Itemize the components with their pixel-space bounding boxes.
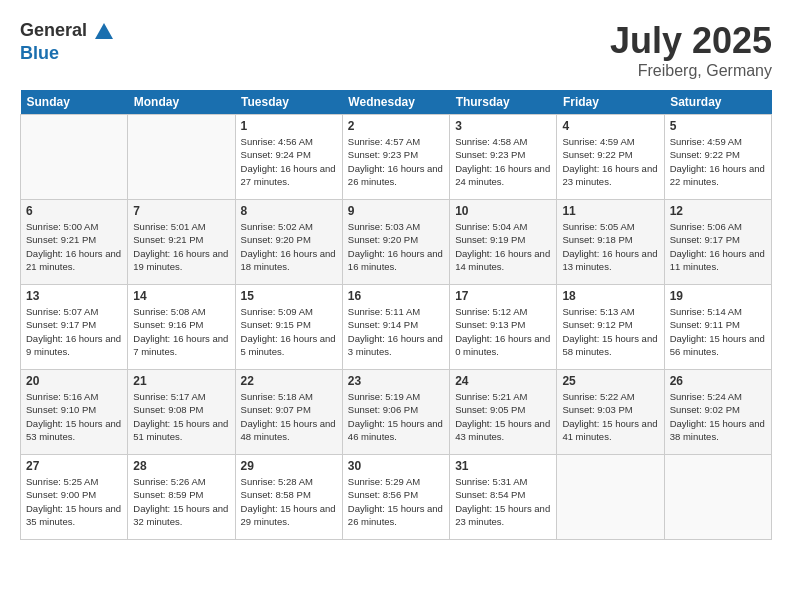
day-info: Sunrise: 4:59 AM Sunset: 9:22 PM Dayligh… xyxy=(562,135,658,188)
calendar-cell: 24Sunrise: 5:21 AM Sunset: 9:05 PM Dayli… xyxy=(450,370,557,455)
day-number: 2 xyxy=(348,119,444,133)
day-number: 25 xyxy=(562,374,658,388)
day-info: Sunrise: 5:14 AM Sunset: 9:11 PM Dayligh… xyxy=(670,305,766,358)
day-number: 31 xyxy=(455,459,551,473)
calendar-cell: 29Sunrise: 5:28 AM Sunset: 8:58 PM Dayli… xyxy=(235,455,342,540)
day-number: 18 xyxy=(562,289,658,303)
calendar-cell: 21Sunrise: 5:17 AM Sunset: 9:08 PM Dayli… xyxy=(128,370,235,455)
calendar-cell xyxy=(128,115,235,200)
day-info: Sunrise: 5:05 AM Sunset: 9:18 PM Dayligh… xyxy=(562,220,658,273)
day-info: Sunrise: 5:03 AM Sunset: 9:20 PM Dayligh… xyxy=(348,220,444,273)
day-number: 13 xyxy=(26,289,122,303)
logo-general: General xyxy=(20,20,87,40)
day-info: Sunrise: 5:01 AM Sunset: 9:21 PM Dayligh… xyxy=(133,220,229,273)
day-info: Sunrise: 5:09 AM Sunset: 9:15 PM Dayligh… xyxy=(241,305,337,358)
calendar-cell: 19Sunrise: 5:14 AM Sunset: 9:11 PM Dayli… xyxy=(664,285,771,370)
day-number: 28 xyxy=(133,459,229,473)
calendar-cell: 5Sunrise: 4:59 AM Sunset: 9:22 PM Daylig… xyxy=(664,115,771,200)
calendar-cell: 27Sunrise: 5:25 AM Sunset: 9:00 PM Dayli… xyxy=(21,455,128,540)
day-info: Sunrise: 4:56 AM Sunset: 9:24 PM Dayligh… xyxy=(241,135,337,188)
day-number: 11 xyxy=(562,204,658,218)
page-header: General Blue July 2025 Freiberg, Germany xyxy=(20,20,772,80)
calendar-cell: 11Sunrise: 5:05 AM Sunset: 9:18 PM Dayli… xyxy=(557,200,664,285)
day-number: 8 xyxy=(241,204,337,218)
day-number: 9 xyxy=(348,204,444,218)
location: Freiberg, Germany xyxy=(610,62,772,80)
day-info: Sunrise: 5:31 AM Sunset: 8:54 PM Dayligh… xyxy=(455,475,551,528)
calendar-cell: 31Sunrise: 5:31 AM Sunset: 8:54 PM Dayli… xyxy=(450,455,557,540)
day-number: 16 xyxy=(348,289,444,303)
calendar-cell: 18Sunrise: 5:13 AM Sunset: 9:12 PM Dayli… xyxy=(557,285,664,370)
day-info: Sunrise: 5:26 AM Sunset: 8:59 PM Dayligh… xyxy=(133,475,229,528)
title-area: July 2025 Freiberg, Germany xyxy=(610,20,772,80)
calendar-cell: 15Sunrise: 5:09 AM Sunset: 9:15 PM Dayli… xyxy=(235,285,342,370)
day-number: 4 xyxy=(562,119,658,133)
day-info: Sunrise: 5:04 AM Sunset: 9:19 PM Dayligh… xyxy=(455,220,551,273)
day-number: 24 xyxy=(455,374,551,388)
day-info: Sunrise: 5:28 AM Sunset: 8:58 PM Dayligh… xyxy=(241,475,337,528)
day-number: 20 xyxy=(26,374,122,388)
calendar-cell: 3Sunrise: 4:58 AM Sunset: 9:23 PM Daylig… xyxy=(450,115,557,200)
calendar-table: SundayMondayTuesdayWednesdayThursdayFrid… xyxy=(20,90,772,540)
day-number: 19 xyxy=(670,289,766,303)
day-number: 22 xyxy=(241,374,337,388)
day-info: Sunrise: 5:06 AM Sunset: 9:17 PM Dayligh… xyxy=(670,220,766,273)
calendar-week-5: 27Sunrise: 5:25 AM Sunset: 9:00 PM Dayli… xyxy=(21,455,772,540)
calendar-cell: 7Sunrise: 5:01 AM Sunset: 9:21 PM Daylig… xyxy=(128,200,235,285)
day-info: Sunrise: 5:18 AM Sunset: 9:07 PM Dayligh… xyxy=(241,390,337,443)
day-info: Sunrise: 5:16 AM Sunset: 9:10 PM Dayligh… xyxy=(26,390,122,443)
calendar-cell xyxy=(557,455,664,540)
day-number: 17 xyxy=(455,289,551,303)
day-number: 30 xyxy=(348,459,444,473)
calendar-week-1: 1Sunrise: 4:56 AM Sunset: 9:24 PM Daylig… xyxy=(21,115,772,200)
day-number: 1 xyxy=(241,119,337,133)
day-info: Sunrise: 5:25 AM Sunset: 9:00 PM Dayligh… xyxy=(26,475,122,528)
day-info: Sunrise: 5:17 AM Sunset: 9:08 PM Dayligh… xyxy=(133,390,229,443)
header-saturday: Saturday xyxy=(664,90,771,115)
day-number: 27 xyxy=(26,459,122,473)
calendar-week-3: 13Sunrise: 5:07 AM Sunset: 9:17 PM Dayli… xyxy=(21,285,772,370)
calendar-cell: 23Sunrise: 5:19 AM Sunset: 9:06 PM Dayli… xyxy=(342,370,449,455)
header-tuesday: Tuesday xyxy=(235,90,342,115)
logo-icon xyxy=(93,21,115,43)
day-number: 5 xyxy=(670,119,766,133)
logo-text: General Blue xyxy=(20,20,116,64)
day-info: Sunrise: 5:08 AM Sunset: 9:16 PM Dayligh… xyxy=(133,305,229,358)
day-info: Sunrise: 5:11 AM Sunset: 9:14 PM Dayligh… xyxy=(348,305,444,358)
calendar-cell: 16Sunrise: 5:11 AM Sunset: 9:14 PM Dayli… xyxy=(342,285,449,370)
day-number: 3 xyxy=(455,119,551,133)
day-info: Sunrise: 5:12 AM Sunset: 9:13 PM Dayligh… xyxy=(455,305,551,358)
calendar-cell xyxy=(664,455,771,540)
day-info: Sunrise: 5:00 AM Sunset: 9:21 PM Dayligh… xyxy=(26,220,122,273)
header-wednesday: Wednesday xyxy=(342,90,449,115)
svg-marker-0 xyxy=(95,23,113,39)
day-number: 10 xyxy=(455,204,551,218)
day-info: Sunrise: 5:21 AM Sunset: 9:05 PM Dayligh… xyxy=(455,390,551,443)
day-info: Sunrise: 5:07 AM Sunset: 9:17 PM Dayligh… xyxy=(26,305,122,358)
calendar-cell: 6Sunrise: 5:00 AM Sunset: 9:21 PM Daylig… xyxy=(21,200,128,285)
day-number: 14 xyxy=(133,289,229,303)
calendar-cell: 10Sunrise: 5:04 AM Sunset: 9:19 PM Dayli… xyxy=(450,200,557,285)
day-number: 7 xyxy=(133,204,229,218)
calendar-cell: 26Sunrise: 5:24 AM Sunset: 9:02 PM Dayli… xyxy=(664,370,771,455)
calendar-cell: 14Sunrise: 5:08 AM Sunset: 9:16 PM Dayli… xyxy=(128,285,235,370)
calendar-cell: 12Sunrise: 5:06 AM Sunset: 9:17 PM Dayli… xyxy=(664,200,771,285)
day-info: Sunrise: 4:57 AM Sunset: 9:23 PM Dayligh… xyxy=(348,135,444,188)
calendar-cell: 4Sunrise: 4:59 AM Sunset: 9:22 PM Daylig… xyxy=(557,115,664,200)
day-number: 21 xyxy=(133,374,229,388)
header-friday: Friday xyxy=(557,90,664,115)
day-info: Sunrise: 5:24 AM Sunset: 9:02 PM Dayligh… xyxy=(670,390,766,443)
calendar-cell: 17Sunrise: 5:12 AM Sunset: 9:13 PM Dayli… xyxy=(450,285,557,370)
day-info: Sunrise: 5:29 AM Sunset: 8:56 PM Dayligh… xyxy=(348,475,444,528)
day-info: Sunrise: 5:13 AM Sunset: 9:12 PM Dayligh… xyxy=(562,305,658,358)
day-number: 12 xyxy=(670,204,766,218)
day-number: 15 xyxy=(241,289,337,303)
calendar-cell: 22Sunrise: 5:18 AM Sunset: 9:07 PM Dayli… xyxy=(235,370,342,455)
calendar-cell: 2Sunrise: 4:57 AM Sunset: 9:23 PM Daylig… xyxy=(342,115,449,200)
day-info: Sunrise: 4:59 AM Sunset: 9:22 PM Dayligh… xyxy=(670,135,766,188)
calendar-week-2: 6Sunrise: 5:00 AM Sunset: 9:21 PM Daylig… xyxy=(21,200,772,285)
calendar-cell: 8Sunrise: 5:02 AM Sunset: 9:20 PM Daylig… xyxy=(235,200,342,285)
header-thursday: Thursday xyxy=(450,90,557,115)
header-monday: Monday xyxy=(128,90,235,115)
calendar-week-4: 20Sunrise: 5:16 AM Sunset: 9:10 PM Dayli… xyxy=(21,370,772,455)
